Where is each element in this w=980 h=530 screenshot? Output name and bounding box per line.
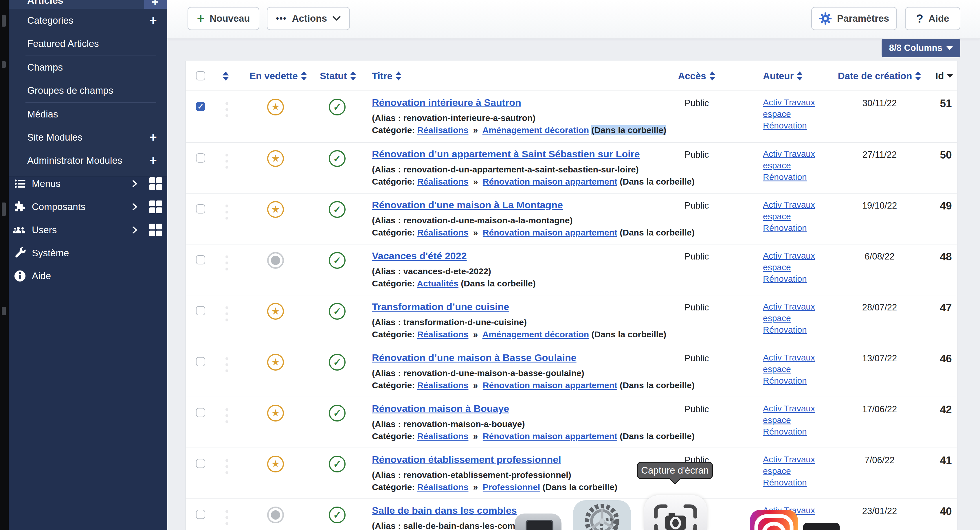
category-link[interactable]: Réalisations bbox=[417, 432, 469, 441]
author-link[interactable]: espace bbox=[763, 262, 791, 272]
row-checkbox[interactable]: ✓ bbox=[196, 306, 205, 315]
author-link[interactable]: espace bbox=[763, 313, 791, 323]
status-published-toggle[interactable]: ✓ bbox=[329, 201, 345, 218]
category-link[interactable]: Réalisations bbox=[417, 125, 469, 135]
system-settings-app-icon[interactable] bbox=[573, 500, 631, 530]
subcategory-link[interactable]: Aménagement décoration bbox=[482, 125, 589, 135]
status-published-toggle[interactable]: ✓ bbox=[329, 150, 345, 167]
subcategory-link[interactable]: Aménagement décoration bbox=[482, 330, 589, 339]
select-all-checkbox[interactable] bbox=[196, 71, 205, 81]
sidebar-item-users[interactable]: Users bbox=[9, 218, 167, 241]
status-published-toggle[interactable]: ✓ bbox=[329, 98, 345, 116]
dashboard-grid-icon[interactable] bbox=[150, 177, 162, 190]
article-title-link[interactable]: Salle de bain dans les combles bbox=[372, 505, 517, 516]
drag-handle-icon[interactable] bbox=[226, 306, 228, 321]
status-published-toggle[interactable]: ✓ bbox=[329, 252, 345, 269]
author-link[interactable]: Rénovation bbox=[763, 376, 807, 386]
author-link[interactable]: espace bbox=[763, 109, 791, 119]
category-link[interactable]: Réalisations bbox=[417, 381, 469, 390]
instagram-app-icon[interactable] bbox=[750, 510, 798, 530]
subcategory-link[interactable]: Rénovation maison appartement bbox=[483, 432, 617, 441]
screenshot-app-icon[interactable] bbox=[644, 495, 707, 530]
drag-handle-icon[interactable] bbox=[226, 154, 228, 169]
drag-handle-icon[interactable] bbox=[226, 102, 228, 117]
sidebar-item-featured-articles[interactable]: Featured Articles bbox=[9, 33, 167, 54]
row-checkbox[interactable]: ✓ bbox=[196, 408, 205, 417]
sidebar-item-menus[interactable]: Menus bbox=[9, 172, 167, 195]
column-featured-sort[interactable]: En vedette bbox=[250, 71, 307, 82]
column-id-sort-active[interactable]: Id bbox=[935, 71, 953, 82]
actions-button[interactable]: ••• Actions bbox=[267, 7, 350, 30]
row-checkbox[interactable]: ✓ bbox=[196, 510, 205, 519]
article-title-link[interactable]: Rénovation maison à Bouaye bbox=[372, 403, 509, 414]
dashboard-grid-icon[interactable] bbox=[150, 200, 162, 213]
column-author-sort[interactable]: Auteur bbox=[763, 71, 803, 82]
drag-handle-icon[interactable] bbox=[226, 510, 228, 525]
featured-toggle[interactable]: ★ bbox=[267, 252, 284, 269]
featured-toggle[interactable]: ★ bbox=[267, 506, 284, 523]
article-title-link[interactable]: Transformation d’une cuisine bbox=[372, 301, 509, 313]
author-link[interactable]: Rénovation bbox=[763, 172, 807, 182]
featured-toggle[interactable]: ★ bbox=[267, 405, 284, 422]
sidebar-item-articles-active[interactable]: Articles + bbox=[9, 0, 167, 9]
author-link[interactable]: Rénovation bbox=[763, 121, 807, 130]
author-link[interactable]: Rénovation bbox=[763, 274, 807, 284]
drag-handle-icon[interactable] bbox=[226, 408, 228, 423]
article-title-link[interactable]: Vacances d'été 2022 bbox=[372, 250, 467, 262]
column-access-sort[interactable]: Accès bbox=[676, 71, 717, 82]
status-published-toggle[interactable]: ✓ bbox=[329, 405, 345, 422]
row-checkbox[interactable]: ✓ bbox=[196, 102, 205, 111]
drag-handle-icon[interactable] bbox=[226, 357, 228, 372]
author-link[interactable]: espace bbox=[763, 211, 791, 221]
author-link[interactable]: Activ Travaux bbox=[763, 454, 815, 464]
featured-toggle[interactable]: ★ bbox=[267, 354, 284, 371]
status-published-toggle[interactable]: ✓ bbox=[329, 303, 345, 320]
subcategory-link[interactable]: Rénovation maison appartement bbox=[483, 228, 617, 237]
author-link[interactable]: Rénovation bbox=[763, 325, 807, 335]
author-link[interactable]: Activ Travaux bbox=[763, 353, 815, 362]
column-ordering-sort[interactable] bbox=[223, 71, 229, 81]
featured-toggle[interactable]: ★ bbox=[267, 150, 284, 167]
article-title-link[interactable]: Rénovation d’un appartement à Saint Séba… bbox=[372, 148, 640, 160]
row-checkbox[interactable]: ✓ bbox=[196, 153, 205, 163]
dashboard-grid-icon[interactable] bbox=[150, 224, 162, 236]
sidebar-item-composants[interactable]: Composants bbox=[9, 195, 167, 218]
author-link[interactable]: Rénovation bbox=[763, 478, 807, 487]
row-checkbox[interactable]: ✓ bbox=[196, 204, 205, 214]
new-button[interactable]: + Nouveau bbox=[188, 7, 259, 30]
category-link[interactable]: Réalisations bbox=[417, 228, 469, 237]
featured-toggle[interactable]: ★ bbox=[267, 455, 284, 473]
sidebar-item-administrator-modules[interactable]: Administrator Modules + bbox=[9, 151, 167, 171]
status-published-toggle[interactable]: ✓ bbox=[329, 506, 345, 523]
black-app-icon[interactable] bbox=[803, 523, 840, 530]
author-link[interactable]: Activ Travaux bbox=[763, 200, 815, 210]
article-title-link[interactable]: Rénovation intérieure à Sautron bbox=[372, 97, 521, 108]
article-title-link[interactable]: Rénovation établissement professionnel bbox=[372, 454, 561, 465]
row-checkbox[interactable]: ✓ bbox=[196, 357, 205, 366]
article-title-link[interactable]: Rénovation d'une maison à La Montagne bbox=[372, 199, 563, 211]
status-published-toggle[interactable]: ✓ bbox=[329, 455, 345, 473]
featured-toggle[interactable]: ★ bbox=[267, 201, 284, 218]
status-published-toggle[interactable]: ✓ bbox=[329, 354, 345, 371]
sidebar-item-site-modules[interactable]: Site Modules + bbox=[9, 127, 167, 148]
author-link[interactable]: espace bbox=[763, 466, 791, 476]
subcategory-link[interactable]: Professionnel bbox=[483, 482, 540, 492]
subcategory-link[interactable]: Rénovation maison appartement bbox=[483, 381, 617, 390]
add-article-button[interactable]: + bbox=[144, 0, 167, 9]
sidebar-item-medias[interactable]: Médias bbox=[9, 104, 167, 124]
drag-handle-icon[interactable] bbox=[226, 459, 228, 474]
dark-device-app-icon[interactable] bbox=[515, 514, 562, 530]
sidebar-item-groupes-de-champs[interactable]: Groupes de champs bbox=[9, 81, 167, 101]
sidebar-item-champs[interactable]: Champs bbox=[9, 57, 167, 78]
author-link[interactable]: Activ Travaux bbox=[763, 302, 815, 312]
article-title-link[interactable]: Rénovation d’une maison à Basse Goulaine bbox=[372, 352, 576, 363]
author-link[interactable]: espace bbox=[763, 160, 791, 170]
author-link[interactable]: Rénovation bbox=[763, 223, 807, 233]
settings-button[interactable]: Paramètres bbox=[811, 7, 897, 30]
author-link[interactable]: Activ Travaux bbox=[763, 251, 815, 261]
author-link[interactable]: espace bbox=[763, 415, 791, 425]
column-status-sort[interactable]: Statut bbox=[320, 71, 356, 82]
row-checkbox[interactable]: ✓ bbox=[196, 459, 205, 468]
author-link[interactable]: espace bbox=[763, 364, 791, 374]
drag-handle-icon[interactable] bbox=[226, 205, 228, 220]
